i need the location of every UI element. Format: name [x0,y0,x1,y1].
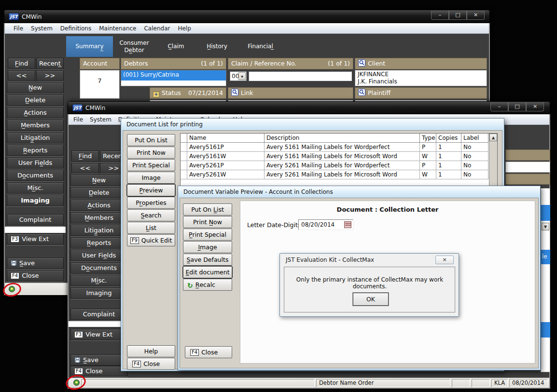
put-on-list-button[interactable]: Put On List [127,134,175,146]
find-button[interactable]: F̲ind [8,58,35,69]
sidebar-item-members[interactable]: M̲embers [7,120,64,131]
cell-description[interactable]: Avery 5161 Mailing Labels for Microsoft … [265,152,420,161]
plaintiff-lookup-icon[interactable] [358,89,365,99]
sidebar2-item-actions[interactable]: A̲ctions [70,200,127,211]
preview-button[interactable]: P̲review [127,184,175,196]
preview-print-now-button[interactable]: Print N̲ow [183,216,232,228]
message-close-icon[interactable]: × [435,256,454,264]
sidebar2-item-imaging[interactable]: Imaging [70,287,127,299]
cell-description[interactable]: Avery 5261 Mailing Labels for Wordperfec… [265,161,420,170]
cell-label[interactable]: No [461,152,488,161]
view-ext-button[interactable]: F3View Ext [7,233,64,245]
next-button[interactable]: >> [36,70,64,81]
menu-file-2[interactable]: File [73,116,83,123]
sidebar2-item-misc[interactable]: Mi̲sc. [70,275,127,286]
sidebar-item-documents[interactable]: Do̲cuments [7,170,64,181]
save-defaults-button[interactable]: S̲ave Defaults [183,254,232,266]
sidebar-item-actions[interactable]: A̲ctions [7,107,64,119]
column-header-description[interactable]: Description [265,134,420,143]
tab-history[interactable]: H̲istory [196,36,237,57]
sidebar2-item-documents[interactable]: Do̲cuments [70,262,127,274]
cell-label[interactable]: No [461,143,488,152]
save-button[interactable]: S̲ave [7,257,64,269]
sidebar2-item-litigation[interactable]: Litig̲ation [70,225,127,236]
help-button[interactable]: Help [127,345,175,357]
cell-copies[interactable]: 1 [436,143,461,152]
column-header-type[interactable]: Type [420,134,436,143]
letter-date-input[interactable]: 08/20/2014 [298,219,353,230]
cell-name[interactable]: Avery5161W [187,152,265,161]
preview-put-on-list-button[interactable]: Put On L̲ist [183,203,232,216]
cell-copies[interactable]: 1 [436,161,461,170]
document-list-title[interactable]: Document List for printing [121,119,504,130]
maximize-icon-2[interactable]: □ [508,102,526,111]
edit-document-button[interactable]: E̲dit document [183,266,232,278]
cell-type[interactable]: W [420,152,436,161]
minimize-icon[interactable]: – [431,11,449,20]
sidebar-item-complaint[interactable]: Complaint [7,214,64,226]
column-header-name[interactable]: Name [187,134,265,143]
quick-edit-button[interactable]: F9Quick Edit [127,234,175,246]
cell-label[interactable]: No [461,161,488,170]
doc-list-close-button[interactable]: F4Close [127,358,175,370]
column-header-label[interactable]: Label [461,134,488,143]
menu-help[interactable]: Help [178,25,191,32]
sidebar2-item-new[interactable]: N̲ew [70,175,127,186]
cell-label[interactable]: No [461,170,488,179]
chevron-down-icon[interactable]: ▼ [238,72,246,80]
cell-name[interactable]: Avery5261P [187,161,265,170]
cell-type[interactable]: P [420,161,436,170]
tab-consumer-debtor[interactable]: Consumer De̲btor [113,36,155,57]
preview-dialog-title[interactable]: Document Variable Preview - Account in C… [178,186,540,198]
cell-copies[interactable]: 1 [436,152,461,161]
message-box-title[interactable]: JST Evaluation Kit - CollectMax [286,257,374,263]
preview-close-button[interactable]: F4Close [185,346,232,358]
menu-file[interactable]: File [14,25,23,32]
column-header-copies[interactable]: Copies [436,134,461,143]
preview-print-special-button[interactable]: P̲rint Special [183,229,232,241]
maximize-icon[interactable]: □ [449,11,467,20]
sidebar2-item-user-fields[interactable]: User Fie̲lds [70,250,127,261]
partial-list-item[interactable]: le [541,250,550,264]
close-icon-2[interactable]: × [526,102,544,111]
save-button-2[interactable]: S̲ave [70,354,127,366]
minimize-icon-2[interactable]: – [490,102,508,111]
cell-name[interactable]: Avery5261W [187,170,265,179]
claim-reference-input[interactable] [249,71,352,81]
table-row[interactable]: Avery5161P Avery 5161 Mailing Labels for… [181,143,497,152]
menu-definitions[interactable]: Definitions [60,25,91,32]
search-button[interactable]: S̲earch [127,209,175,221]
second-window-titlebar[interactable]: JST CMWin – □ × [68,101,550,114]
image-button[interactable]: Image [127,172,175,184]
sidebar-item-litigation[interactable]: Litig̲ation [7,132,64,144]
sidebar-item-reports[interactable]: R̲eports [7,145,64,156]
tab-summary[interactable]: Summary̲ [66,36,113,57]
sidebar-item-misc[interactable]: Mi̲sc. [7,182,64,194]
sidebar-item-user-fields[interactable]: User Fie̲lds [7,157,64,169]
claim-sequence-combo[interactable]: 001 ▼ [230,71,247,81]
table-row[interactable]: Avery5161W Avery 5161 Mailing Labels for… [181,152,497,161]
table-row[interactable]: Avery5261W Avery 5261 Mailing Labels for… [181,170,497,179]
client-lookup-icon[interactable] [358,59,365,69]
partial-dropdown-icon[interactable]: ▼ [542,223,549,230]
menu-system[interactable]: System [31,25,53,32]
find-button-2[interactable]: F̲ind [71,150,99,162]
ok-button[interactable]: OK [353,293,389,306]
cell-type[interactable]: W [420,170,436,179]
sidebar2-item-complaint[interactable]: Complaint [70,309,127,320]
cell-description[interactable]: Avery 5261 Mailing Labels for Microsoft … [265,170,420,179]
preview-image-button[interactable]: I̲mage [183,241,232,253]
cell-type[interactable]: P [420,143,436,152]
recalc-button[interactable]: ↻R̲ecalc [183,279,232,291]
prev-button[interactable]: << [8,70,35,81]
cell-copies[interactable]: 1 [436,170,461,179]
print-now-button[interactable]: Print Now [127,147,175,159]
view-ext-button-2[interactable]: F3View Ext [70,329,127,340]
sidebar-item-new[interactable]: N̲ew [7,82,64,94]
scroll-up-icon[interactable]: ▲ [489,134,497,141]
calendar-icon[interactable] [344,221,351,231]
sidebar2-item-delete[interactable]: D̲elete [70,187,127,199]
tab-claim[interactable]: C̲laim [155,36,196,57]
menu-maintenance[interactable]: Maintenance [99,25,136,32]
cell-description[interactable]: Avery 5161 Mailing Labels for Wordperfec… [265,143,420,152]
